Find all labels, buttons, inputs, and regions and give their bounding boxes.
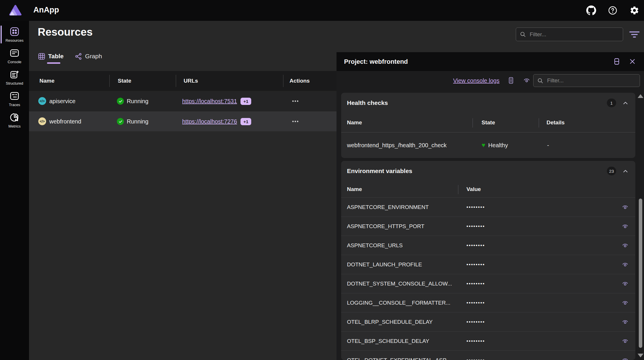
url-count-badge[interactable]: +1 (240, 118, 251, 125)
structured-logs-icon (9, 69, 20, 80)
column-divider (176, 75, 176, 87)
env-var-row[interactable]: ASPNETCORE_ENVIRONMENT •••••••• (341, 197, 635, 217)
app-window: AnApp R (0, 0, 644, 360)
table-row-webfrontend[interactable]: </> webfrontend Running https://localhos… (29, 111, 337, 131)
eye-icon[interactable] (523, 77, 531, 84)
env-var-masked-value: •••••••• (466, 351, 485, 360)
resource-state: Running (127, 91, 149, 111)
sidebar-item-console[interactable]: Console (0, 45, 29, 67)
env-var-masked-value: •••••••• (466, 255, 485, 274)
resources-filter-input[interactable] (516, 28, 623, 41)
eye-icon[interactable] (621, 357, 629, 360)
env-var-masked-value: •••••••• (466, 274, 485, 293)
env-var-name: OTEL_BLRP_SCHEDULE_DELAY (347, 312, 433, 332)
sidebar-item-label: Resources (6, 38, 23, 43)
check-circle-icon (117, 118, 124, 125)
chevron-up-icon[interactable] (622, 100, 629, 107)
env-var-row[interactable]: OTEL_DOTNET_EXPERIMENTAL_ASP... •••••••• (341, 350, 635, 360)
env-var-row[interactable]: OTEL_BLRP_SCHEDULE_DELAY •••••••• (341, 312, 635, 332)
heart-icon: ♥ (482, 141, 485, 149)
sidebar-item-traces[interactable]: Traces (0, 88, 29, 110)
eye-icon[interactable] (621, 318, 629, 326)
tab-table[interactable]: Table (38, 49, 64, 64)
column-header-actions: Actions (290, 71, 310, 91)
page-title: Resources (38, 26, 93, 38)
chevron-up-icon[interactable] (622, 168, 629, 175)
health-checks-card: Health checks 1 Name State Details webfr… (341, 93, 635, 158)
view-tabs: Table Graph (38, 49, 102, 64)
gear-icon[interactable] (629, 6, 639, 15)
column-header-urls: URLs (184, 71, 198, 91)
details-filter-input[interactable] (533, 74, 640, 87)
health-checks-count-badge: 1 (607, 99, 616, 107)
sidebar-item-label: Console (8, 60, 21, 64)
eye-icon[interactable] (621, 203, 629, 211)
scrollbar-thumb[interactable] (639, 199, 642, 348)
app-logo-icon (9, 4, 22, 17)
env-var-masked-value: •••••••• (466, 312, 485, 332)
sidebar: Resources Console Structured (0, 21, 29, 360)
details-filter-field[interactable] (547, 77, 636, 84)
env-var-masked-value: •••••••• (466, 198, 485, 217)
env-var-name: ASPNETCORE_ENVIRONMENT (347, 198, 429, 217)
eye-icon[interactable] (621, 242, 629, 249)
project-resource-icon: </> (38, 117, 46, 125)
sidebar-item-label: Structured (6, 81, 23, 86)
env-var-row[interactable]: ASPNETCORE_HTTPS_PORT •••••••• (341, 217, 635, 236)
details-panel-title: Project: webfrontend (344, 52, 408, 71)
sidebar-item-label: Traces (9, 103, 20, 107)
github-icon[interactable] (586, 6, 596, 15)
environment-variables-title: Environment variables (347, 161, 412, 181)
env-var-row[interactable]: DOTNET_SYSTEM_CONSOLE_ALLOW... •••••••• (341, 274, 635, 293)
env-var-name: OTEL_DOTNET_EXPERIMENTAL_ASP... (347, 351, 450, 360)
column-header-value: Value (466, 181, 481, 197)
health-check-state: Healthy (488, 142, 508, 149)
health-check-name: webfrontend_https_/health_200_check (347, 132, 447, 158)
tab-graph[interactable]: Graph (75, 49, 102, 64)
url-count-badge[interactable]: +1 (240, 98, 251, 105)
env-var-row[interactable]: OTEL_BSP_SCHEDULE_DELAY •••••••• (341, 331, 635, 351)
split-panel-icon[interactable] (613, 57, 621, 66)
scrollbar-up-arrow[interactable] (638, 94, 643, 98)
sidebar-item-label: Metrics (8, 124, 21, 128)
traces-icon (9, 91, 20, 101)
eye-icon[interactable] (621, 337, 629, 345)
resources-filter-field[interactable] (529, 31, 619, 38)
env-var-masked-value: •••••••• (466, 217, 485, 236)
resource-url-link[interactable]: https://localhost:7276 (182, 118, 237, 125)
sidebar-item-resources[interactable]: Resources (0, 24, 29, 45)
more-actions-icon[interactable] (290, 118, 301, 125)
tab-table-label: Table (48, 53, 64, 60)
health-check-row[interactable]: webfrontend_https_/health_200_check ♥ He… (341, 132, 635, 158)
table-row-apiservice[interactable]: </> apiservice Running https://localhost… (29, 91, 337, 111)
scrollbar-down-arrow[interactable] (638, 354, 643, 357)
help-icon[interactable] (608, 6, 618, 15)
health-check-details: - (547, 132, 549, 158)
graph-view-icon (75, 52, 82, 60)
sidebar-item-structured[interactable]: Structured (0, 67, 29, 88)
env-var-row[interactable]: DOTNET_LAUNCH_PROFILE •••••••• (341, 255, 635, 274)
column-divider (539, 118, 539, 128)
eye-icon[interactable] (621, 261, 629, 268)
more-actions-icon[interactable] (290, 98, 301, 105)
env-var-masked-value: •••••••• (466, 236, 485, 255)
env-var-masked-value: •••••••• (466, 332, 485, 351)
close-icon[interactable] (628, 57, 636, 66)
resources-icon (9, 26, 20, 37)
view-console-logs-link[interactable]: View console logs (453, 71, 500, 90)
resources-table: Name State URLs Actions </> apiservice R… (29, 71, 337, 131)
sidebar-item-metrics[interactable]: Metrics (0, 110, 29, 131)
env-var-row[interactable]: ASPNETCORE_URLS •••••••• (341, 236, 635, 255)
eye-icon[interactable] (621, 223, 629, 230)
eye-icon[interactable] (621, 280, 629, 288)
eye-icon[interactable] (621, 299, 629, 307)
column-header-state: State (118, 71, 131, 91)
details-panel-body: View console logs (337, 71, 644, 360)
active-tab-underline (47, 62, 60, 64)
document-icon[interactable] (507, 77, 515, 84)
resource-state: Running (127, 111, 149, 132)
env-var-row[interactable]: LOGGING__CONSOLE__FORMATTER... •••••••• (341, 293, 635, 312)
filter-icon[interactable] (628, 28, 641, 41)
resource-url-link[interactable]: https://localhost:7531 (182, 98, 237, 105)
resource-name: apiservice (49, 91, 75, 111)
